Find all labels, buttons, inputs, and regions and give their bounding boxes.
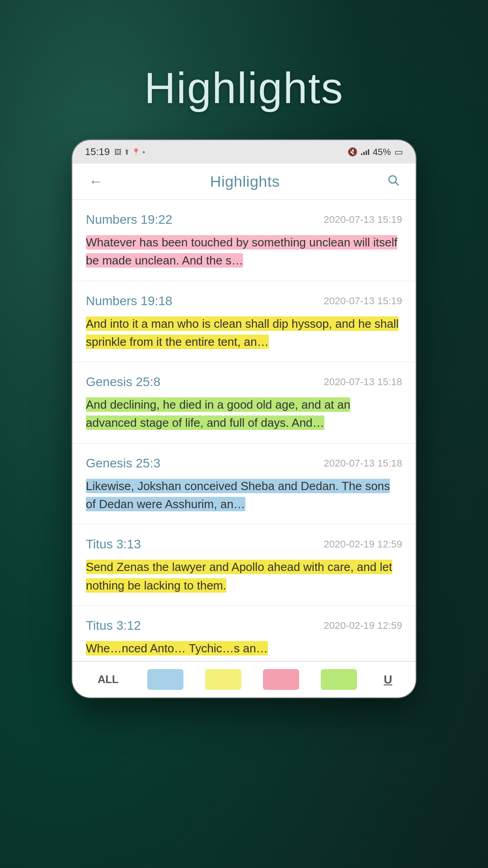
item-date-1: 2020-07-13 15:19 bbox=[324, 214, 402, 226]
item-header-4: Genesis 25:3 2020-07-13 15:18 bbox=[86, 456, 402, 471]
item-header-3: Genesis 25:8 2020-07-13 15:18 bbox=[86, 375, 402, 389]
filter-all-button[interactable]: ALL bbox=[90, 670, 126, 689]
item-date-6: 2020-02-19 12:59 bbox=[324, 620, 402, 632]
highlighted-text-1: Whatever has been touched by something u… bbox=[86, 235, 397, 268]
item-date-5: 2020-02-19 12:59 bbox=[324, 538, 402, 550]
item-header-6: Titus 3:12 2020-02-19 12:59 bbox=[86, 618, 402, 633]
filter-yellow-button[interactable] bbox=[205, 669, 241, 690]
battery-label: 45% bbox=[373, 147, 391, 157]
status-right: 🔇 45% ▭ bbox=[347, 146, 403, 157]
item-reference-2: Numbers 19:18 bbox=[86, 294, 172, 308]
signal-icon bbox=[361, 149, 369, 155]
item-header-1: Numbers 19:22 2020-07-13 15:19 bbox=[86, 212, 402, 227]
item-text-3: And declining, he died in a good old age… bbox=[86, 396, 402, 432]
app-header: ← Highlights bbox=[72, 164, 416, 200]
highlight-item-6[interactable]: Titus 3:12 2020-02-19 12:59 Whe…nced Ant… bbox=[72, 606, 416, 661]
item-text-2: And into it a man who is clean shall dip… bbox=[86, 315, 402, 351]
phone-frame: 15:19 🖼 ⬆ 📍 • 🔇 45% ▭ ← Highlights bbox=[72, 140, 416, 698]
filter-pink-button[interactable] bbox=[263, 669, 299, 690]
item-text-4: Likewise, Jokshan conceived Sheba and De… bbox=[86, 477, 402, 514]
page-title: Highlights bbox=[144, 63, 344, 113]
status-bar: 15:19 🖼 ⬆ 📍 • 🔇 45% ▭ bbox=[72, 140, 416, 164]
item-reference-3: Genesis 25:8 bbox=[86, 375, 160, 389]
item-header-5: Titus 3:13 2020-02-19 12:59 bbox=[86, 537, 402, 552]
status-time: 15:19 🖼 ⬆ 📍 • bbox=[85, 146, 145, 158]
item-date-3: 2020-07-13 15:18 bbox=[324, 376, 402, 388]
item-header-2: Numbers 19:18 2020-07-13 15:19 bbox=[86, 294, 402, 308]
filter-blue-button[interactable] bbox=[147, 669, 183, 690]
filter-green-button[interactable] bbox=[321, 669, 357, 690]
item-text-5: Send Zenas the lawyer and Apollo ahead w… bbox=[86, 558, 402, 594]
highlighted-text-3: And declining, he died in a good old age… bbox=[86, 397, 350, 430]
highlighted-text-5: Send Zenas the lawyer and Apollo ahead w… bbox=[86, 560, 392, 592]
item-text-6: Whe…nced Anto… Tychic…s an… bbox=[86, 639, 402, 657]
item-reference-5: Titus 3:13 bbox=[86, 537, 141, 552]
filter-bar: ALL U bbox=[72, 661, 416, 698]
header-title: Highlights bbox=[210, 173, 280, 190]
item-reference-1: Numbers 19:22 bbox=[86, 212, 172, 227]
highlighted-text-4: Likewise, Jokshan conceived Sheba and De… bbox=[86, 479, 390, 511]
highlight-item-4[interactable]: Genesis 25:3 2020-07-13 15:18 Likewise, … bbox=[72, 443, 416, 525]
highlight-item-2[interactable]: Numbers 19:18 2020-07-13 15:19 And into … bbox=[72, 281, 416, 363]
highlighted-text-2: And into it a man who is clean shall dip… bbox=[86, 316, 399, 349]
svg-line-1 bbox=[395, 182, 398, 185]
highlight-item-3[interactable]: Genesis 25:8 2020-07-13 15:18 And declin… bbox=[72, 362, 416, 443]
mute-icon: 🔇 bbox=[347, 147, 357, 157]
battery-icon: ▭ bbox=[394, 146, 403, 157]
status-icons: 🖼 ⬆ 📍 • bbox=[114, 148, 145, 156]
filter-underline-button[interactable]: U bbox=[378, 669, 398, 690]
item-date-2: 2020-07-13 15:19 bbox=[324, 295, 402, 307]
item-reference-6: Titus 3:12 bbox=[86, 618, 141, 633]
item-text-1: Whatever has been touched by something u… bbox=[86, 233, 402, 270]
highlight-item[interactable]: Numbers 19:22 2020-07-13 15:19 Whatever … bbox=[72, 200, 416, 281]
search-button[interactable] bbox=[383, 170, 403, 193]
back-button[interactable]: ← bbox=[85, 170, 107, 193]
highlights-list: Numbers 19:22 2020-07-13 15:19 Whatever … bbox=[72, 200, 416, 661]
item-reference-4: Genesis 25:3 bbox=[86, 456, 160, 471]
item-date-4: 2020-07-13 15:18 bbox=[324, 458, 402, 469]
highlight-item-5[interactable]: Titus 3:13 2020-02-19 12:59 Send Zenas t… bbox=[72, 524, 416, 606]
highlighted-text-6: Whe…nced Anto… Tychic…s an… bbox=[86, 641, 268, 656]
